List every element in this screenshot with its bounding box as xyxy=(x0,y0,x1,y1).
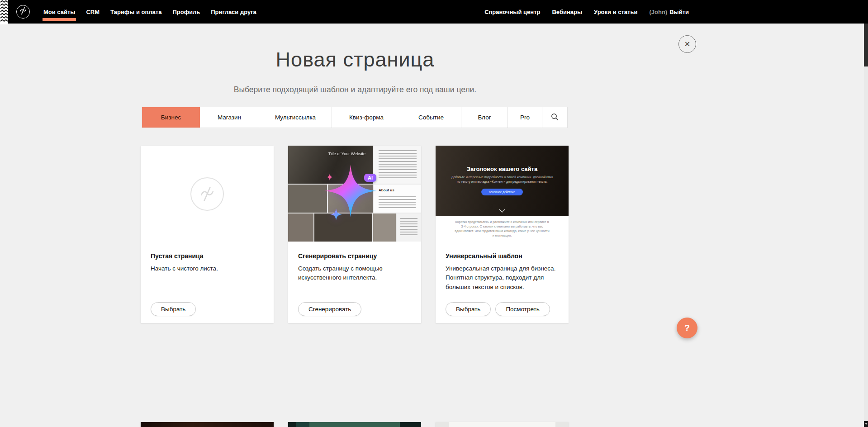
nav-webinars[interactable]: Вебинары xyxy=(552,9,582,15)
partial-template-card[interactable] xyxy=(288,422,421,427)
ai-badge: AI xyxy=(364,174,376,182)
scrollbar-down-arrow[interactable] xyxy=(864,421,868,427)
nav-profile[interactable]: Профиль xyxy=(167,0,205,24)
close-icon: ✕ xyxy=(684,40,690,48)
page-subtitle: Выберите подходящий шаблон и адаптируйте… xyxy=(0,85,710,95)
tab-pro[interactable]: Pro xyxy=(508,107,542,128)
nav-lessons[interactable]: Уроки и статьи xyxy=(594,9,637,15)
card-title: Пустая страница xyxy=(151,252,264,260)
logout-label: Выйти xyxy=(669,9,689,15)
card-actions: Выбрать xyxy=(151,302,196,316)
tab-store[interactable]: Магазин xyxy=(200,107,259,128)
template-hero: Заголовок вашего сайта Добавьте интересн… xyxy=(436,146,569,216)
partial-template-card[interactable] xyxy=(141,422,274,427)
tab-search[interactable] xyxy=(542,107,567,128)
card-actions: Выбрать Посмотреть xyxy=(446,302,550,316)
ai-sparkle-icon xyxy=(314,155,387,227)
scrollbar-thumb[interactable] xyxy=(864,24,868,66)
nav-crm[interactable]: CRM xyxy=(81,0,105,24)
secondary-nav: Справочный центр Вебинары Уроки и статьи… xyxy=(484,0,689,24)
view-button[interactable]: Посмотреть xyxy=(495,302,550,316)
page-scrollbar xyxy=(864,24,868,427)
tab-business[interactable]: Бизнес xyxy=(142,107,200,128)
nav-my-sites[interactable]: Мои сайты xyxy=(38,0,81,24)
card-title: Сгенерировать страницу xyxy=(298,252,411,260)
tilda-watermark-icon xyxy=(190,177,224,211)
collage-photo xyxy=(288,214,313,242)
top-nav: Мои сайты CRM Тарифы и оплата Профиль Пр… xyxy=(0,0,868,24)
card-blank-page: Пустая страница Начать с чистого листа. … xyxy=(141,146,274,323)
template-grid: Пустая страница Начать с чистого листа. … xyxy=(141,146,569,323)
card-description: Начать с чистого листа. xyxy=(151,264,264,273)
template-cta-button: основное действие xyxy=(481,189,523,195)
template-preview-image: Заголовок вашего сайта Добавьте интересн… xyxy=(436,146,569,242)
tilda-logo[interactable] xyxy=(16,5,30,19)
tab-blog[interactable]: Блог xyxy=(461,107,508,128)
question-icon: ? xyxy=(684,323,690,333)
help-button[interactable]: ? xyxy=(677,318,697,338)
nav-help-center[interactable]: Справочный центр xyxy=(484,9,540,15)
chevron-down-icon xyxy=(499,207,505,213)
template-grid-row-2 xyxy=(141,422,569,427)
card-universal-template: Заголовок вашего сайта Добавьте интересн… xyxy=(436,146,569,323)
tab-quiz-form[interactable]: Квиз-форма xyxy=(332,107,401,128)
template-hero-title: Заголовок вашего сайта xyxy=(436,146,569,172)
app-viewport: Мои сайты CRM Тарифы и оплата Профиль Пр… xyxy=(0,0,868,427)
primary-nav: Мои сайты CRM Тарифы и оплата Профиль Пр… xyxy=(38,0,262,24)
tilda-logo-icon xyxy=(18,6,28,18)
card-actions: Сгенерировать xyxy=(298,302,361,316)
search-icon xyxy=(551,113,559,122)
card-ai-generate: About us Title of Your Website xyxy=(288,146,421,323)
tab-multilink[interactable]: Мультиссылка xyxy=(259,107,332,128)
close-button[interactable]: ✕ xyxy=(678,35,696,53)
card-description: Создать страницу с помощью искусственног… xyxy=(298,264,411,283)
choose-button[interactable]: Выбрать xyxy=(446,302,491,316)
generate-button[interactable]: Сгенерировать xyxy=(298,302,361,316)
card-description: Универсальная страница для бизнеса. Поня… xyxy=(446,264,559,292)
template-hero-subtitle: Добавьте интересные подробности о вашей … xyxy=(451,175,554,184)
nav-invite-friend[interactable]: Пригласи друга xyxy=(205,0,262,24)
template-body-section: Коротко представьтесь и расскажите о ком… xyxy=(436,216,569,242)
nav-logout[interactable]: (John)Выйти xyxy=(649,9,689,15)
choose-button[interactable]: Выбрать xyxy=(151,302,196,316)
tilda-pattern-decoration xyxy=(0,0,8,24)
card-title: Универсальный шаблон xyxy=(446,252,559,260)
page-title: Новая страница xyxy=(0,48,710,71)
nav-pricing[interactable]: Тарифы и оплата xyxy=(105,0,167,24)
template-category-tabs: Бизнес Магазин Мультиссылка Квиз-форма С… xyxy=(142,107,568,128)
partial-template-card[interactable] xyxy=(436,422,569,427)
ai-preview-image: About us Title of Your Website xyxy=(288,146,421,242)
template-paragraph: Коротко представьтесь и расскажите о ком… xyxy=(454,216,550,238)
tab-event[interactable]: Событие xyxy=(401,107,461,128)
user-name: (John) xyxy=(649,9,667,15)
collage-text-panel xyxy=(397,214,421,242)
